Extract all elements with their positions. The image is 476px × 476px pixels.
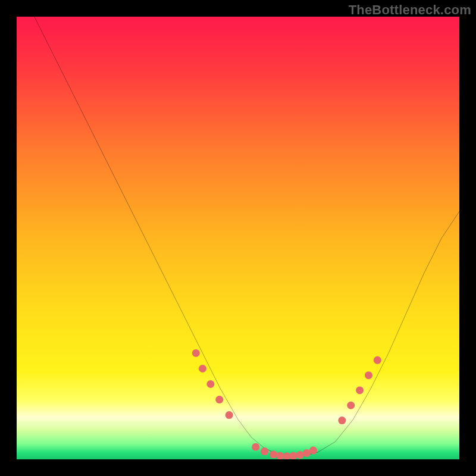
marker-dot bbox=[206, 380, 214, 388]
marker-dot bbox=[347, 402, 355, 409]
plot-area bbox=[17, 17, 459, 459]
marker-dot bbox=[309, 447, 317, 455]
marker-dot bbox=[289, 452, 297, 459]
marker-dot bbox=[226, 411, 233, 419]
marker-dot bbox=[192, 349, 200, 357]
watermark-text: TheBottleneck.com bbox=[349, 2, 471, 18]
outer-frame: TheBottleneck.com bbox=[0, 0, 476, 476]
marker-dot bbox=[356, 386, 364, 394]
marker-dot bbox=[199, 365, 206, 372]
marker-dot bbox=[365, 371, 372, 379]
marker-dot bbox=[283, 452, 290, 459]
chart-svg bbox=[17, 17, 459, 459]
marker-dot bbox=[270, 450, 277, 458]
marker-dot bbox=[303, 449, 311, 457]
curve-markers bbox=[192, 349, 381, 459]
marker-dot bbox=[296, 451, 304, 459]
marker-dot bbox=[338, 416, 346, 424]
marker-dot bbox=[215, 396, 223, 403]
marker-dot bbox=[252, 443, 259, 451]
curve-line bbox=[35, 17, 459, 456]
marker-dot bbox=[261, 447, 268, 455]
marker-dot bbox=[374, 356, 381, 364]
marker-dot bbox=[276, 452, 284, 459]
